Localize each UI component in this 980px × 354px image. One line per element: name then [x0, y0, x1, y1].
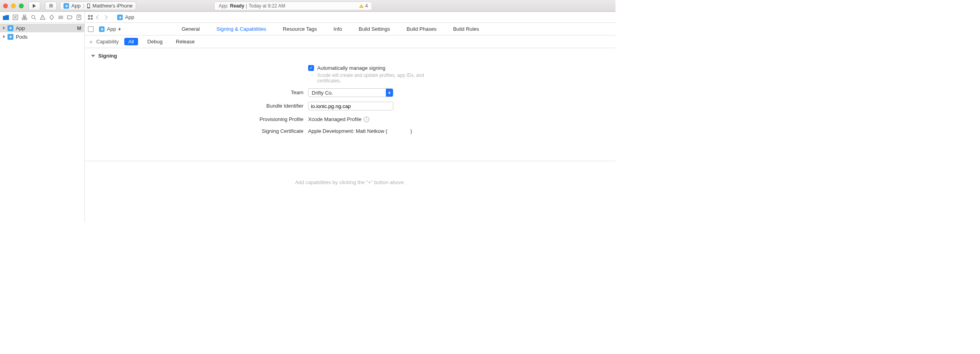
scheme-app: App	[71, 3, 80, 9]
tab-resource-tags[interactable]: Resource Tags	[283, 26, 317, 32]
auto-manage-row[interactable]: ✓ Automatically manage signing	[308, 65, 436, 71]
breadcrumb[interactable]: ⨳ App	[117, 14, 134, 20]
project-icon: ⨳	[7, 25, 13, 31]
issue-navigator-tab[interactable]	[40, 14, 45, 20]
bundle-id-label: Bundle Identifier	[90, 102, 303, 109]
find-navigator-tab[interactable]	[31, 14, 36, 20]
window-controls	[3, 4, 24, 8]
provisioning-profile-label: Provisioning Profile	[90, 115, 303, 122]
run-button[interactable]	[28, 2, 40, 10]
scheme-selector[interactable]: ⨳ App ⟩ Matthew's iPhone	[60, 2, 136, 10]
filter-debug[interactable]: Debug	[144, 38, 166, 45]
nav-forward-icon[interactable]	[103, 15, 107, 19]
project-icon: ⨳	[7, 34, 13, 40]
signing-cert-label: Signing Certificate	[90, 127, 303, 134]
plus-icon: ＋	[88, 39, 94, 45]
redacted-cert-id	[387, 128, 410, 133]
config-filter: All Debug Release	[124, 38, 198, 45]
stop-button[interactable]	[45, 2, 57, 10]
zoom-icon[interactable]	[19, 4, 24, 8]
add-capability-label: Capability	[96, 39, 119, 45]
device-icon	[87, 4, 90, 8]
scm-badge: M	[77, 25, 81, 31]
editor: ⨳ App ⨳ App General Signing & Capabiliti…	[85, 12, 615, 222]
svg-rect-2	[22, 18, 24, 20]
breadcrumb-label: App	[125, 14, 134, 20]
symbol-navigator-tab[interactable]	[22, 14, 27, 20]
checkbox-checked-icon[interactable]: ✓	[308, 65, 314, 71]
auto-manage-caption: Xcode will create and update profiles, a…	[317, 73, 436, 84]
target-select[interactable]: ⨳ App	[99, 26, 121, 32]
svg-rect-3	[25, 18, 27, 20]
team-label: Team	[90, 88, 303, 95]
tab-signing-capabilities[interactable]: Signing & Capabilities	[216, 26, 266, 32]
status-app: App:	[219, 3, 228, 9]
play-icon	[33, 4, 36, 8]
target-icon: ⨳	[99, 26, 105, 32]
tab-build-settings[interactable]: Build Settings	[359, 26, 390, 32]
navigator-item-label: App	[16, 25, 25, 31]
navigator-list: ⨳ App M ⨳ Pods	[0, 23, 84, 222]
project-navigator-tab[interactable]	[3, 14, 9, 20]
disclosure-icon[interactable]	[3, 35, 5, 38]
filter-all[interactable]: All	[124, 38, 138, 45]
scheme-separator: ⟩	[83, 3, 85, 9]
breakpoint-navigator-tab[interactable]	[67, 14, 73, 20]
warnings-button[interactable]: 4	[359, 3, 368, 9]
settings-tabs: General Signing & Capabilities Resource …	[181, 26, 479, 32]
svg-rect-1	[23, 15, 26, 17]
activity-status: App: Ready | Today at 9:22 AM 4	[214, 2, 372, 10]
titlebar: ⨳ App ⟩ Matthew's iPhone App: Ready | To…	[0, 0, 615, 12]
disclosure-down-icon	[91, 55, 95, 57]
nav-back-icon[interactable]	[96, 15, 100, 19]
navigator-tabs	[0, 12, 84, 23]
tab-info[interactable]: Info	[333, 26, 342, 32]
jump-bar[interactable]: ⨳ App	[85, 12, 615, 23]
team-select[interactable]: Drifty Co.	[308, 88, 393, 97]
warning-icon	[359, 4, 364, 8]
select-knob-icon	[386, 89, 393, 97]
target-name: App	[107, 26, 116, 32]
add-capability-button[interactable]: ＋ Capability	[88, 39, 119, 45]
filter-release[interactable]: Release	[172, 38, 199, 45]
signing-section-title: Signing	[98, 53, 117, 59]
svg-point-4	[32, 15, 35, 19]
signing-cert-value-prefix: Apple Development: Matt Netkow (	[308, 128, 387, 134]
tab-build-phases[interactable]: Build Phases	[407, 26, 437, 32]
tab-build-rules[interactable]: Build Rules	[453, 26, 479, 32]
status-state: Ready	[230, 3, 244, 9]
minimize-icon[interactable]	[11, 4, 16, 8]
test-navigator-tab[interactable]	[49, 14, 54, 20]
navigator-item-label: Pods	[16, 34, 28, 40]
info-icon[interactable]: i	[364, 117, 369, 122]
debug-navigator-tab[interactable]	[58, 14, 64, 20]
tab-general[interactable]: General	[181, 26, 200, 32]
status-sep: |	[246, 3, 247, 9]
updown-icon	[118, 28, 121, 31]
target-settings-header: ⨳ App General Signing & Capabilities Res…	[85, 23, 615, 35]
signing-cert-value-suffix: )	[410, 128, 412, 134]
provisioning-profile-value: Xcode Managed Profile	[308, 116, 361, 122]
auto-manage-label: Automatically manage signing	[317, 65, 385, 71]
project-icon: ⨳	[117, 15, 123, 20]
outline-toggle-icon[interactable]	[88, 26, 94, 32]
stop-icon	[49, 4, 53, 7]
scheme-device: Matthew's iPhone	[92, 3, 133, 9]
editor-body: Signing ✓ Automatically manage signing X…	[85, 48, 615, 222]
disclosure-icon[interactable]	[3, 26, 5, 30]
warning-count: 4	[365, 3, 368, 9]
navigator-item-pods[interactable]: ⨳ Pods	[0, 32, 84, 41]
signing-section-header[interactable]: Signing	[90, 52, 610, 60]
capability-bar: ＋ Capability All Debug Release	[85, 35, 615, 48]
target-icon: ⨳	[64, 3, 69, 9]
related-items-icon[interactable]	[88, 15, 93, 20]
team-value: Drifty Co.	[312, 90, 333, 96]
navigator: ⨳ App M ⨳ Pods	[0, 12, 85, 222]
source-control-navigator-tab[interactable]	[13, 14, 18, 20]
status-time: Today at 9:22 AM	[249, 3, 285, 9]
close-icon[interactable]	[3, 4, 8, 8]
navigator-item-app[interactable]: ⨳ App M	[0, 24, 84, 32]
bundle-id-input[interactable]	[308, 102, 393, 110]
report-navigator-tab[interactable]	[76, 14, 82, 20]
add-capabilities-hint: Add capabilities by clicking the "+" but…	[85, 161, 615, 185]
